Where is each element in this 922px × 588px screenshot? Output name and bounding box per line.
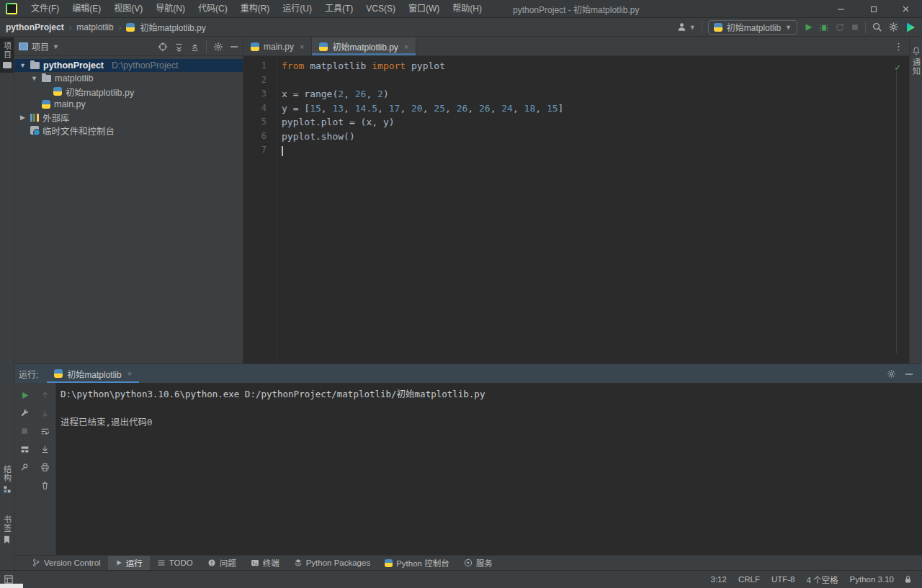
status-file-encoding[interactable]: UTF-8 [771,575,795,584]
close-button[interactable] [890,0,922,18]
tool-window-button-todo[interactable]: TODO [150,556,200,570]
run-tool-window: 运行: 初始matplotlib × [14,363,922,555]
chevron-down-icon: ▼ [53,43,59,50]
tool-window-button-pyconsole[interactable]: Python 控制台 [377,556,457,570]
menu-item[interactable]: VCS(S) [359,0,402,18]
tree-item-[interactable]: 临时文件和控制台 [14,124,243,137]
edit-run-configuration-button[interactable] [20,407,30,417]
run-tab[interactable]: 初始matplotlib × [47,364,139,383]
tree-item-label: matplotlib [55,73,94,83]
tree-expand-arrow[interactable]: ▼ [19,62,27,69]
services-icon [464,558,473,567]
tool-window-button-services[interactable]: 服务 [457,556,500,570]
restore-layout-button[interactable] [20,443,30,453]
breadcrumb-separator: › [69,23,72,32]
tool-window-button-branch[interactable]: Version Control [24,556,108,570]
editor-scrollbar[interactable] [896,69,897,353]
menu-item[interactable]: 导航(N) [149,0,192,18]
breadcrumb-item[interactable]: 初始matplotlib.py [140,21,205,33]
expand-all-button[interactable] [174,41,184,51]
soft-wrap-button[interactable] [40,425,50,435]
pin-tab-button[interactable] [20,461,30,471]
tree-item-[interactable]: ▶外部库 [14,111,243,124]
stripe-tab-bookmarks[interactable]: 书签 [1,511,13,548]
python-icon [53,87,62,96]
settings-button[interactable] [888,22,899,32]
run-tool-window-header: 运行: 初始matplotlib × [14,364,922,383]
menu-item[interactable]: 视图(V) [107,0,149,18]
status-caret-position[interactable]: 3:12 [711,575,727,584]
close-icon[interactable]: × [404,42,408,51]
run-configuration-selector[interactable]: 初始matplotlib ▼ [708,20,797,35]
tool-window-switcher-button[interactable] [4,575,13,584]
search-everywhere-button[interactable] [872,22,882,32]
breadcrumb-separator: › [119,23,122,32]
close-icon[interactable]: × [300,42,304,51]
menu-item[interactable]: 窗口(W) [402,0,446,18]
breadcrumb-item[interactable]: pythonProject [6,22,64,32]
locate-file-button[interactable] [158,41,168,52]
menu-item[interactable]: 文件(F) [24,0,66,18]
hide-run-panel-button[interactable] [905,368,913,379]
status-indent-style[interactable]: 4 个空格 [807,574,838,585]
stripe-tab-project[interactable]: 项目 [0,37,14,73]
tree-item-label: pythonProject [43,60,104,71]
stripe-tab-structure[interactable]: 结构 [1,461,13,498]
code-area[interactable]: from matplotlib import pyplotx = range(2… [277,56,909,363]
structure-stripe-label: 结构 [1,465,13,482]
status-python-interpreter[interactable]: Python 3.10 [850,575,894,584]
tree-item-path: D:\pythonProject [112,60,178,71]
tool-window-button-label: Python 控制台 [396,557,449,569]
project-settings-button[interactable] [213,41,223,52]
run-console-output[interactable]: D:\python\python3.10.6\python.exe D:/pyt… [56,383,922,555]
breadcrumb-item[interactable]: matplotlib [76,22,113,32]
tree-item-matplotlibpy[interactable]: 初始matplotlib.py [14,85,243,98]
tree-item-mainpy[interactable]: main.py [14,98,243,111]
menu-item[interactable]: 工具(T) [318,0,359,18]
menu-item[interactable]: 重构(R) [234,0,277,18]
editor-tab-inactive[interactable]: main.py× [243,37,312,55]
rerun-button[interactable] [20,389,30,399]
tree-item-pythonproject[interactable]: ▼pythonProjectD:\pythonProject [14,59,243,72]
editor-tabs: main.py×初始matplotlib.py× ⋮ [243,37,909,56]
tool-window-button-play[interactable]: 运行 [108,556,150,570]
folder-icon [42,75,51,82]
tool-window-button-packages[interactable]: Python Packages [287,556,378,570]
bookmarks-stripe-label: 书签 [1,515,13,533]
chevron-down-icon: ▼ [785,24,792,31]
maximize-button[interactable] [857,0,890,18]
chevron-down-icon: ▼ [689,24,696,31]
close-icon[interactable]: × [127,369,132,378]
run-panel-settings-button[interactable] [887,368,896,379]
menu-item[interactable]: 编辑(E) [66,0,107,18]
tool-window-button-problems[interactable]: 问题 [200,556,243,570]
editor-tab-active[interactable]: 初始matplotlib.py× [312,37,416,55]
scratch-icon [30,126,39,135]
ide-features-trainer-icon[interactable] [905,22,916,33]
tool-window-button-terminal[interactable]: 终端 [243,556,287,570]
run-button[interactable] [803,22,813,32]
menu-item[interactable]: 帮助(H) [446,0,488,18]
menu-item[interactable]: 代码(C) [192,0,234,18]
print-button[interactable] [40,461,50,471]
stop-button [851,22,859,32]
debug-button[interactable] [819,22,829,32]
editor-options-button[interactable]: ⋮ [894,41,903,52]
tree-item-matplotlib[interactable]: ▼matplotlib [14,72,243,85]
console-exit-line: 进程已结束,退出代码0 [61,415,922,430]
clear-console-button[interactable] [40,479,50,489]
tree-expand-arrow[interactable]: ▼ [30,75,38,82]
minimize-button[interactable] [825,0,857,18]
code-with-me-users-button[interactable]: ▼ [676,22,696,32]
tool-window-button-label: 运行 [126,557,143,569]
status-line-separator[interactable]: CRLF [738,575,760,584]
breadcrumb: pythonProject›matplotlib›初始matplotlib.py [6,21,206,33]
lock-icon[interactable] [904,575,912,584]
hide-tool-window-button[interactable] [230,42,238,52]
menu-item[interactable]: 运行(U) [276,0,318,18]
collapse-all-button[interactable] [190,41,200,51]
project-view-selector[interactable]: 项目 ▼ [19,40,59,53]
scroll-to-end-button[interactable] [40,443,50,453]
tree-expand-arrow[interactable]: ▶ [19,114,27,121]
run-panel-title: 运行: [19,364,47,383]
